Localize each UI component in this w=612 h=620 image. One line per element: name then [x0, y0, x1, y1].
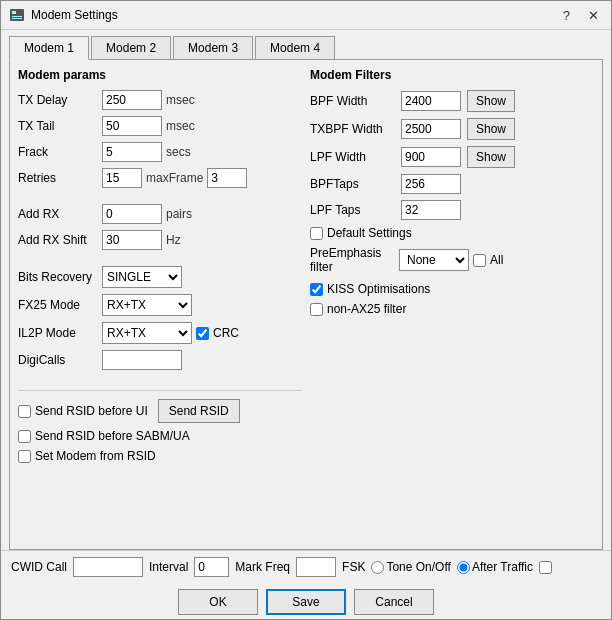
fx25-mode-label: FX25 Mode: [18, 298, 98, 312]
tx-tail-input[interactable]: [102, 116, 162, 136]
frack-unit: secs: [166, 145, 191, 159]
title-bar-left: Modem Settings: [9, 7, 118, 23]
kiss-optimisations-checkbox[interactable]: [310, 283, 323, 296]
cwid-call-label: CWID Call: [11, 560, 67, 574]
tone-on-off-radio[interactable]: [371, 561, 384, 574]
svg-rect-2: [12, 16, 22, 17]
interval-input[interactable]: [194, 557, 229, 577]
ok-button[interactable]: OK: [178, 589, 258, 615]
tab-modem4[interactable]: Modem 4: [255, 36, 335, 59]
kiss-optimisations-row: KISS Optimisations: [310, 282, 594, 296]
bpf-width-input[interactable]: [401, 91, 461, 111]
lpf-taps-input[interactable]: [401, 200, 461, 220]
add-rx-input[interactable]: [102, 204, 162, 224]
max-frame-label: maxFrame: [146, 171, 203, 185]
send-rsid-ui-row: Send RSID before UI Send RSID: [18, 399, 302, 423]
tx-delay-label: TX Delay: [18, 93, 98, 107]
txbpf-show-button[interactable]: Show: [467, 118, 515, 140]
divider1: [18, 390, 302, 391]
preemphasis-dropdown[interactable]: None Light Medium Heavy: [399, 249, 469, 271]
mark-freq-input[interactable]: [296, 557, 336, 577]
all-checkbox[interactable]: [473, 254, 486, 267]
add-rx-row: Add RX pairs: [18, 204, 302, 224]
non-ax25-label: non-AX25 filter: [327, 302, 406, 316]
lpf-taps-label: LPF Taps: [310, 203, 395, 217]
digi-calls-label: DigiCalls: [18, 353, 98, 367]
bpftaps-input[interactable]: [401, 174, 461, 194]
tone-on-off-radio-label: Tone On/Off: [371, 560, 450, 574]
lpf-show-button[interactable]: Show: [467, 146, 515, 168]
tx-tail-row: TX Tail msec: [18, 116, 302, 136]
send-rsid-button[interactable]: Send RSID: [158, 399, 240, 423]
default-settings-checkbox[interactable]: [310, 227, 323, 240]
frack-input[interactable]: [102, 142, 162, 162]
txbpf-width-input[interactable]: [401, 119, 461, 139]
tx-tail-unit: msec: [166, 119, 195, 133]
window-title: Modem Settings: [31, 8, 118, 22]
help-button[interactable]: ?: [559, 8, 574, 23]
bpftaps-row: BPFTaps: [310, 174, 594, 194]
svg-rect-1: [12, 11, 16, 14]
add-rx-shift-row: Add RX Shift Hz: [18, 230, 302, 250]
send-rsid-ui-checkbox[interactable]: [18, 405, 31, 418]
cwid-call-input[interactable]: [73, 557, 143, 577]
after-traffic-checkbox[interactable]: [539, 561, 552, 574]
window-icon: [9, 7, 25, 23]
bits-recovery-dropdown[interactable]: SINGLE DOUBLE NONE: [102, 266, 182, 288]
digi-calls-input[interactable]: [102, 350, 182, 370]
add-rx-shift-input[interactable]: [102, 230, 162, 250]
tab-bar: Modem 1 Modem 2 Modem 3 Modem 4: [1, 30, 611, 59]
set-modem-rsid-label: Set Modem from RSID: [35, 449, 156, 463]
cancel-button[interactable]: Cancel: [354, 589, 434, 615]
default-settings-row: Default Settings: [310, 226, 594, 240]
txbpf-width-label: TXBPF Width: [310, 122, 395, 136]
after-traffic-radio[interactable]: [457, 561, 470, 574]
bpftaps-label: BPFTaps: [310, 177, 395, 191]
save-button[interactable]: Save: [266, 589, 346, 615]
txbpf-width-row: TXBPF Width Show: [310, 118, 594, 140]
retries-row: Retries maxFrame: [18, 168, 302, 188]
lpf-width-input[interactable]: [401, 147, 461, 167]
mark-freq-label: Mark Freq: [235, 560, 290, 574]
send-rsid-sabm-checkbox[interactable]: [18, 430, 31, 443]
left-panel: Modem params TX Delay msec TX Tail msec …: [18, 68, 302, 541]
retries-input[interactable]: [102, 168, 142, 188]
fsk-label: FSK: [342, 560, 365, 574]
fx25-mode-dropdown[interactable]: RX+TX RX TX NONE: [102, 294, 192, 316]
set-modem-rsid-row: Set Modem from RSID: [18, 449, 302, 463]
tab-modem2[interactable]: Modem 2: [91, 36, 171, 59]
il2p-mode-row: IL2P Mode RX+TX RX TX NONE CRC: [18, 322, 302, 344]
non-ax25-checkbox[interactable]: [310, 303, 323, 316]
tx-delay-input[interactable]: [102, 90, 162, 110]
close-button[interactable]: ✕: [584, 8, 603, 23]
kiss-optimisations-label: KISS Optimisations: [327, 282, 430, 296]
tx-tail-label: TX Tail: [18, 119, 98, 133]
fx25-mode-row: FX25 Mode RX+TX RX TX NONE: [18, 294, 302, 316]
tx-delay-row: TX Delay msec: [18, 90, 302, 110]
bits-recovery-row: Bits Recovery SINGLE DOUBLE NONE: [18, 266, 302, 288]
max-frame-input[interactable]: [207, 168, 247, 188]
bpf-width-row: BPF Width Show: [310, 90, 594, 112]
send-rsid-sabm-row: Send RSID before SABM/UA: [18, 429, 302, 443]
tone-on-off-text: Tone On/Off: [386, 560, 450, 574]
all-label: All: [490, 253, 503, 267]
tab-modem3[interactable]: Modem 3: [173, 36, 253, 59]
frack-label: Frack: [18, 145, 98, 159]
preemphasis-label: PreEmphasis filter: [310, 246, 395, 274]
title-bar-buttons: ? ✕: [559, 8, 603, 23]
lpf-width-row: LPF Width Show: [310, 146, 594, 168]
set-modem-rsid-checkbox[interactable]: [18, 450, 31, 463]
interval-label: Interval: [149, 560, 188, 574]
il2p-mode-dropdown[interactable]: RX+TX RX TX NONE: [102, 322, 192, 344]
bits-recovery-label: Bits Recovery: [18, 270, 98, 284]
bpf-width-label: BPF Width: [310, 94, 395, 108]
add-rx-shift-unit: Hz: [166, 233, 181, 247]
digi-calls-row: DigiCalls: [18, 350, 302, 370]
frack-row: Frack secs: [18, 142, 302, 162]
default-settings-label: Default Settings: [327, 226, 412, 240]
tab-modem1[interactable]: Modem 1: [9, 36, 89, 60]
crc-checkbox[interactable]: [196, 327, 209, 340]
modem-params-title: Modem params: [18, 68, 302, 82]
tx-delay-unit: msec: [166, 93, 195, 107]
bpf-show-button[interactable]: Show: [467, 90, 515, 112]
